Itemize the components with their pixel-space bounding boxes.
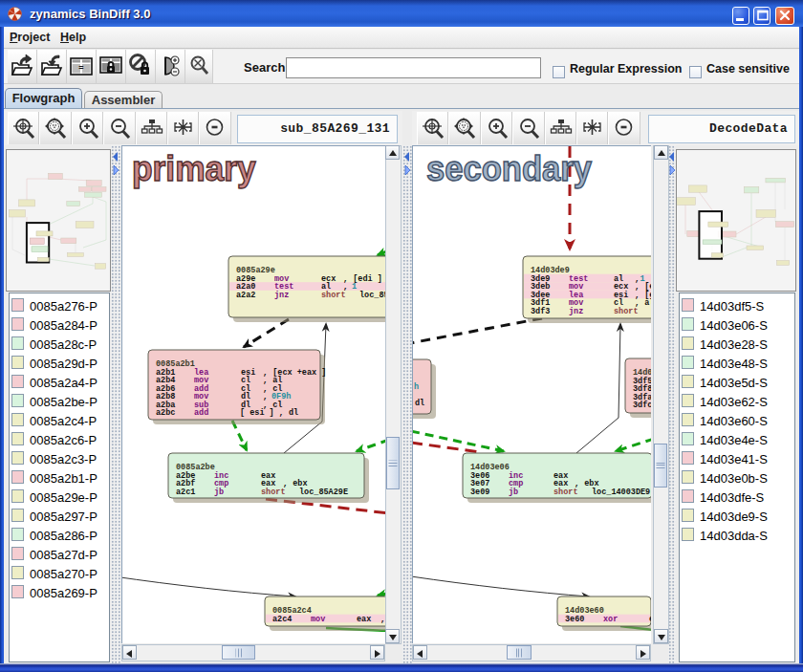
svg-text:[ esi ] , dl: [ esi ] , dl <box>240 408 298 418</box>
svg-text:, [edi ]: , [edi ] <box>343 274 382 284</box>
svg-text:add: add <box>194 408 208 418</box>
svg-text:3e09: 3e09 <box>470 488 489 497</box>
svg-text:xor: xor <box>603 615 618 624</box>
svg-text:a2bc: a2bc <box>156 408 175 418</box>
svg-text:short: short <box>321 291 346 300</box>
svg-text:1: 1 <box>352 282 357 292</box>
svg-text:mov: mov <box>311 615 325 624</box>
svg-text:short: short <box>553 488 578 497</box>
svg-text:dl: dl <box>415 399 424 408</box>
svg-text:jb: jb <box>214 488 224 497</box>
svg-text:1: 1 <box>640 274 645 284</box>
svg-text:short: short <box>261 488 286 497</box>
svg-text:loc_85A29E: loc_85A29E <box>299 488 348 497</box>
svg-text:=: = <box>78 63 83 73</box>
svg-text:eax: eax <box>357 615 371 624</box>
svg-text:loc_14003DE9: loc_14003DE9 <box>592 488 650 497</box>
svg-text:loc_85A29E: loc_85A29E <box>359 291 385 300</box>
svg-text:short: short <box>614 307 639 316</box>
svg-text:3df3: 3df3 <box>531 307 550 316</box>
svg-text:h: h <box>414 382 419 392</box>
svg-text:3dfc: 3dfc <box>633 401 651 410</box>
svg-text:a2c1: a2c1 <box>176 488 195 497</box>
svg-text:jnz: jnz <box>569 307 583 316</box>
svg-text:jnz: jnz <box>274 291 289 300</box>
svg-text:e: e <box>649 615 651 624</box>
svg-text:jb: jb <box>509 488 518 497</box>
svg-text:a2c4: a2c4 <box>272 615 292 624</box>
svg-text:a2a2: a2a2 <box>236 291 255 300</box>
svg-text:3e60: 3e60 <box>565 615 584 624</box>
